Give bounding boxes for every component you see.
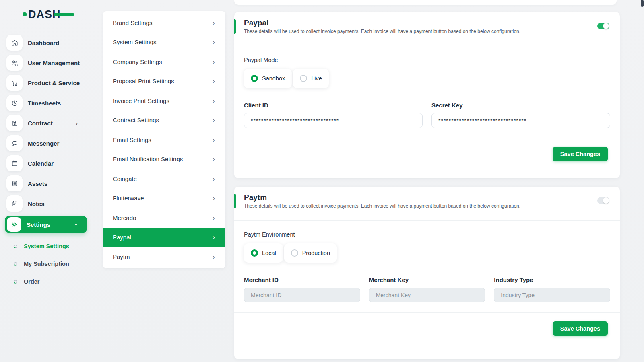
merchant-key-field: Merchant Key <box>369 276 485 302</box>
paypal-mode-options: Sandbox Live <box>244 69 610 88</box>
subnav-item-my-subscription[interactable]: My Subscription <box>0 257 95 270</box>
paytm-save-button[interactable]: Save Changes <box>553 321 608 336</box>
paypal-card-footer: Save Changes <box>234 139 620 169</box>
chevron-right-icon: › <box>213 156 215 162</box>
menu-item-company-settings[interactable]: Company Settings› <box>103 52 225 72</box>
radio-unselected-icon[interactable] <box>300 75 307 82</box>
sidebar-item-label: Product & Service <box>28 80 80 86</box>
paypal-mode-live-option[interactable]: Live <box>293 69 329 88</box>
scrollbar-thumb[interactable] <box>641 0 644 7</box>
secret-key-input[interactable] <box>431 113 610 128</box>
main-content: Paypal These details will be used to col… <box>234 0 620 359</box>
industry-type-label: Industry Type <box>494 276 610 283</box>
sidebar-item-assets[interactable]: Assets <box>0 175 95 191</box>
paypal-title: Paypal <box>244 19 520 27</box>
merchant-id-input[interactable] <box>244 288 360 302</box>
sidebar-item-contract[interactable]: Contract › <box>0 115 95 131</box>
paytm-environment-label: Paytm Environment <box>244 231 610 238</box>
app-logo: DASH <box>23 7 71 22</box>
sidebar-item-messenger[interactable]: Messenger <box>0 135 95 151</box>
chevron-down-icon: › <box>74 224 80 226</box>
sidebar-item-notes[interactable]: Notes <box>0 195 95 212</box>
home-icon <box>6 35 23 51</box>
industry-type-field: Industry Type <box>494 276 610 302</box>
settings-subnav: System Settings My Subscription Order <box>0 240 95 288</box>
paytm-env-production-option[interactable]: Production <box>284 243 337 263</box>
paypal-save-button[interactable]: Save Changes <box>553 147 608 161</box>
subnav-item-system-settings[interactable]: System Settings <box>0 240 95 253</box>
chevron-right-icon: › <box>213 195 215 202</box>
sidebar-item-label: Settings <box>27 221 50 228</box>
sidebar-item-calendar[interactable]: Calendar <box>0 155 95 171</box>
toggle-knob <box>603 197 609 204</box>
menu-item-paytm[interactable]: Paytm› <box>103 247 225 267</box>
menu-item-label: Email Notification Settings <box>113 156 183 162</box>
menu-item-email-settings[interactable]: Email Settings› <box>103 130 225 150</box>
industry-type-input[interactable] <box>494 288 610 302</box>
client-id-input[interactable] <box>244 113 423 128</box>
paytm-environment-options: Local Production <box>244 243 610 263</box>
sidebar-item-label: Timesheets <box>28 100 61 107</box>
subnav-label: System Settings <box>24 243 69 249</box>
menu-item-email-notification-settings[interactable]: Email Notification Settings› <box>103 150 225 169</box>
menu-item-invoice-print-settings[interactable]: Invoice Print Settings› <box>103 91 225 111</box>
header-accent-bar <box>234 19 236 34</box>
menu-item-proposal-print-settings[interactable]: Proposal Print Settings› <box>103 72 225 91</box>
paytm-fields: Merchant ID Merchant Key Industry Type <box>244 276 610 302</box>
menu-item-label: Invoice Print Settings <box>113 97 169 104</box>
chevron-right-icon: › <box>213 78 215 84</box>
sidebar-item-timesheets[interactable]: Timesheets <box>0 95 95 111</box>
merchant-key-input[interactable] <box>369 288 485 302</box>
option-label: Live <box>311 75 322 82</box>
users-icon <box>6 55 23 71</box>
menu-item-flutterwave[interactable]: Flutterwave› <box>103 189 225 208</box>
paytm-enable-toggle[interactable] <box>597 197 609 204</box>
page: DASH Dashboard User Management › <box>0 0 644 362</box>
gear-icon <box>7 217 21 232</box>
chevron-right-icon: › <box>76 60 78 66</box>
menu-item-label: Coingate <box>113 175 137 182</box>
sidebar-item-label: Calendar <box>28 160 54 167</box>
sidebar-nav: Dashboard User Management › Product & Se… <box>0 35 95 233</box>
menu-item-coingate[interactable]: Coingate› <box>103 169 225 189</box>
cart-icon <box>6 75 23 91</box>
subnav-item-order[interactable]: Order <box>0 275 95 288</box>
menu-item-label: Paytm <box>113 253 130 260</box>
menu-item-label: Email Settings <box>113 136 151 143</box>
menu-item-system-settings[interactable]: System Settings› <box>103 33 225 52</box>
sidebar-item-dashboard[interactable]: Dashboard <box>0 35 95 51</box>
paytm-card: Paytm These details will be used to coll… <box>234 187 620 359</box>
calculator-icon <box>6 175 23 191</box>
chevron-right-icon: › <box>213 175 215 182</box>
paytm-description: These details will be used to collect in… <box>244 203 520 209</box>
menu-item-contract-settings[interactable]: Contract Settings› <box>103 111 225 130</box>
sidebar-item-label: Dashboard <box>28 39 59 46</box>
paypal-mode-sandbox-option[interactable]: Sandbox <box>244 69 292 88</box>
paypal-enable-toggle[interactable] <box>597 23 609 29</box>
bullet-icon <box>13 279 18 284</box>
sidebar-item-settings[interactable]: Settings › <box>5 216 87 233</box>
client-id-label: Client ID <box>244 102 423 109</box>
secret-key-label: Secret Key <box>431 102 610 109</box>
toggle-knob <box>603 23 609 29</box>
paypal-card-header: Paypal These details will be used to col… <box>234 12 620 46</box>
chevron-right-icon: › <box>76 120 78 126</box>
menu-item-mercado[interactable]: Mercado› <box>103 208 225 228</box>
menu-item-paypal[interactable]: Paypal› <box>103 228 225 247</box>
menu-item-label: Mercado <box>113 214 136 221</box>
bullet-icon <box>13 261 18 267</box>
chevron-right-icon: › <box>213 136 215 143</box>
paytm-env-local-option[interactable]: Local <box>244 243 283 263</box>
radio-selected-icon[interactable] <box>251 249 258 257</box>
sidebar-item-label: Contract <box>28 120 53 127</box>
sidebar-item-user-management[interactable]: User Management › <box>0 55 95 71</box>
radio-unselected-icon[interactable] <box>291 249 298 257</box>
option-label: Sandbox <box>262 75 285 82</box>
logo-dot <box>23 12 27 16</box>
menu-item-brand-settings[interactable]: Brand Settings› <box>103 13 225 33</box>
contract-icon <box>6 115 23 131</box>
sidebar: DASH Dashboard User Management › <box>0 0 95 362</box>
radio-selected-icon[interactable] <box>251 75 258 82</box>
sidebar-item-label: User Management <box>28 60 80 66</box>
sidebar-item-product-service[interactable]: Product & Service <box>0 75 95 91</box>
